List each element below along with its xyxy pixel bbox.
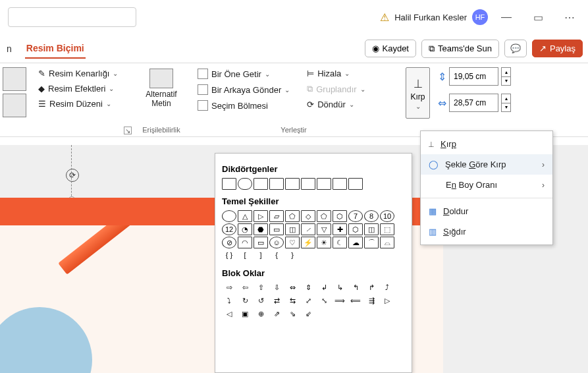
shape-item[interactable]: ◫: [285, 223, 300, 235]
group-launcher[interactable]: ↘: [124, 127, 132, 134]
shape-item[interactable]: ▣: [238, 308, 252, 320]
overflow-button[interactable]: ⋯: [556, 7, 583, 27]
shape-item[interactable]: ☀: [317, 237, 331, 248]
shape-item[interactable]: ⇄: [269, 295, 284, 307]
shape-item[interactable]: ⇕: [301, 282, 315, 294]
shape-item[interactable]: [333, 178, 347, 190]
shape-item[interactable]: { }: [222, 250, 236, 262]
shape-item[interactable]: ◁: [222, 308, 236, 320]
search-input[interactable]: [8, 7, 136, 27]
alt-text-button[interactable]: Alternatif Metin: [143, 67, 179, 109]
shape-item[interactable]: ⇙: [301, 308, 315, 320]
shape-item[interactable]: ◫: [364, 223, 379, 235]
share-button[interactable]: ↗Paylaş: [532, 40, 583, 57]
shape-item[interactable]: ↺: [254, 295, 268, 307]
shape-item[interactable]: ⟸: [348, 295, 363, 307]
picture-border-button[interactable]: ✎Resim Kenarlığı⌄: [36, 67, 128, 80]
shape-item[interactable]: ⚡: [301, 237, 315, 248]
bring-forward-button[interactable]: Bir Öne Getir⌄: [195, 67, 292, 80]
shape-item[interactable]: ⬠: [285, 210, 300, 222]
height-spinner[interactable]: ▴▾: [501, 67, 511, 86]
shape-item[interactable]: [254, 178, 268, 190]
crop-button[interactable]: ⟂ Kırp ⌄: [406, 67, 430, 119]
shape-item[interactable]: [301, 178, 315, 190]
shape-item[interactable]: [238, 178, 252, 190]
shape-item[interactable]: ↲: [317, 282, 331, 294]
shape-item[interactable]: {: [269, 250, 284, 262]
shape-item[interactable]: ▽: [317, 223, 331, 235]
menu-crop-to-shape[interactable]: ◯Şekle Göre Kırp›: [421, 154, 552, 175]
shape-item[interactable]: ↳: [333, 282, 347, 294]
shape-item[interactable]: 7: [348, 210, 363, 222]
shape-item[interactable]: ⤡: [317, 295, 331, 307]
width-spinner[interactable]: ▴▾: [501, 94, 511, 112]
tab-prev[interactable]: n: [5, 40, 13, 58]
picture-effects-button[interactable]: ◆Resim Efektleri⌄: [36, 82, 128, 95]
height-field[interactable]: ⇕ 19,05 cm ▴▾: [438, 67, 511, 86]
shape-item[interactable]: ⬣: [254, 223, 268, 235]
menu-fit[interactable]: ▥Sığdır: [421, 221, 552, 242]
shape-item[interactable]: 8: [364, 210, 379, 222]
align-button[interactable]: ⊨Hizala⌄: [304, 67, 367, 80]
shape-item[interactable]: ◠: [238, 237, 252, 248]
shape-item[interactable]: ▷: [254, 210, 268, 222]
shape-item[interactable]: ⇧: [254, 282, 268, 294]
shape-item[interactable]: ⇆: [285, 295, 300, 307]
selection-pane-button[interactable]: Seçim Bölmesi: [195, 99, 292, 112]
shape-item[interactable]: ⇗: [269, 308, 284, 320]
shape-item[interactable]: ⬡: [348, 223, 363, 235]
shape-item[interactable]: ☺: [269, 237, 284, 248]
shape-item[interactable]: ▭: [269, 223, 284, 235]
send-backward-button[interactable]: Bir Arkaya Gönder⌄: [195, 83, 292, 96]
shape-item[interactable]: ↻: [238, 295, 252, 307]
shape-item[interactable]: ⬡: [333, 210, 347, 222]
shape-item[interactable]: ▱: [269, 210, 284, 222]
shape-item[interactable]: ◇: [301, 210, 315, 222]
avatar[interactable]: HF: [472, 9, 488, 25]
shape-item[interactable]: [: [238, 250, 252, 262]
shape-item[interactable]: ↱: [364, 282, 379, 294]
shape-item[interactable]: ⬚: [380, 223, 394, 235]
shape-item[interactable]: ]: [254, 250, 268, 262]
shape-item[interactable]: ⇘: [285, 308, 300, 320]
shape-item[interactable]: ↰: [348, 282, 363, 294]
shape-item[interactable]: ⇨: [222, 282, 236, 294]
shape-item[interactable]: 12: [222, 223, 236, 235]
menu-fill[interactable]: ▦Doldur: [421, 201, 552, 221]
shape-item[interactable]: △: [238, 210, 252, 222]
shape-item[interactable]: ▷: [380, 295, 394, 307]
shape-item[interactable]: ⟋: [301, 223, 315, 235]
save-button[interactable]: ◉Kaydet: [365, 40, 416, 57]
shape-item[interactable]: ⤴: [380, 282, 394, 294]
shape-item[interactable]: ⊘: [222, 237, 236, 248]
warning-icon[interactable]: ⚠: [380, 11, 389, 24]
menu-crop[interactable]: ⟂Kırp: [421, 134, 552, 154]
shape-item[interactable]: ⇔: [285, 282, 300, 294]
shape-item[interactable]: ⌓: [380, 237, 394, 248]
shape-item[interactable]: 10: [380, 210, 394, 222]
shape-item[interactable]: [222, 178, 236, 190]
style-gallery-thumb[interactable]: [3, 94, 26, 117]
shape-item[interactable]: ☾: [333, 237, 347, 248]
comments-button[interactable]: 💬: [504, 40, 527, 57]
shape-item[interactable]: ▭: [254, 237, 268, 248]
shape-item[interactable]: ⟹: [333, 295, 347, 307]
shape-item[interactable]: ⊕: [254, 308, 268, 320]
shape-item[interactable]: ♡: [285, 237, 300, 248]
shape-item[interactable]: ⇦: [238, 282, 252, 294]
shape-item[interactable]: ⤢: [301, 295, 315, 307]
shape-item[interactable]: ◔: [238, 223, 252, 235]
shape-item[interactable]: ⇶: [364, 295, 379, 307]
shape-item[interactable]: }: [285, 250, 300, 262]
restore-button[interactable]: ▭: [525, 7, 551, 27]
shape-item[interactable]: [222, 210, 236, 222]
menu-aspect-ratio[interactable]: En Boy Oranı›: [421, 175, 552, 195]
width-field[interactable]: ⇔ 28,57 cm ▴▾: [438, 94, 511, 112]
shape-item[interactable]: [285, 178, 300, 190]
shape-item[interactable]: ⇩: [269, 282, 284, 294]
shape-item[interactable]: ⬠: [317, 210, 331, 222]
shape-item[interactable]: ☁: [348, 237, 363, 248]
tab-picture-format[interactable]: Resim Biçimi: [25, 39, 86, 59]
shape-item[interactable]: ⤵: [222, 295, 236, 307]
shape-item[interactable]: ⌒: [364, 237, 379, 248]
